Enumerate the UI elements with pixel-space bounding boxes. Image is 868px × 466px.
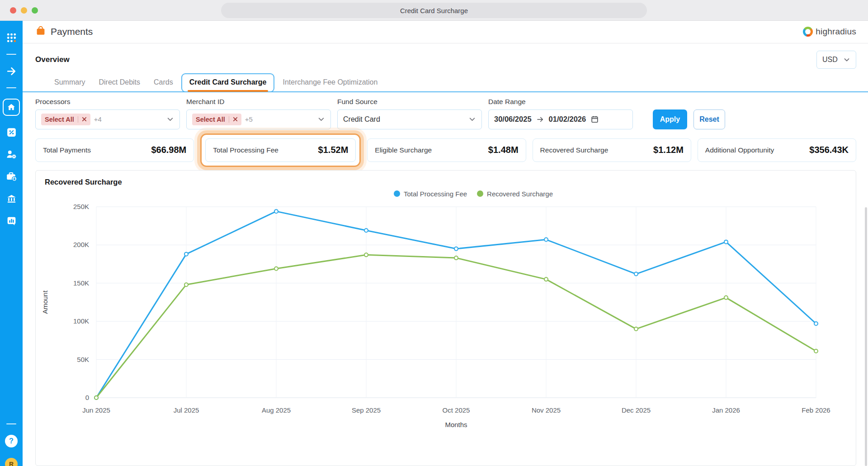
legend-item[interactable]: Total Processing Fee: [394, 190, 467, 198]
svg-text:Jul 2025: Jul 2025: [174, 406, 199, 414]
merchant-id-select[interactable]: Select All +5: [186, 109, 331, 129]
svg-text:100K: 100K: [73, 317, 89, 325]
app-title: Payments: [51, 26, 93, 37]
svg-text:Feb 2026: Feb 2026: [802, 406, 830, 414]
processors-label: Processors: [35, 98, 180, 106]
window-minimize-button[interactable]: [21, 7, 27, 14]
remove-icon[interactable]: [82, 117, 87, 122]
sidebar-divider: [6, 54, 16, 55]
legend-dot-icon: [394, 190, 400, 197]
svg-text:Dec 2025: Dec 2025: [622, 406, 651, 414]
home-icon: [6, 102, 16, 112]
svg-text:Nov 2025: Nov 2025: [532, 406, 561, 414]
svg-text:0: 0: [85, 394, 89, 401]
chevron-down-icon: [317, 115, 325, 123]
window-close-button[interactable]: [10, 7, 16, 14]
svg-text:Months: Months: [445, 421, 467, 428]
filter-bar: Processors Select All +4 Merchant ID Sel…: [23, 92, 868, 129]
svg-text:Sep 2025: Sep 2025: [352, 406, 381, 414]
arrow-right-icon[interactable]: [5, 65, 17, 77]
kpi-total-payments: Total Payments $66.98M: [35, 138, 194, 162]
sidebar-item-merchant briefcase-download-icon[interactable]: [5, 171, 17, 182]
merchant-id-more-count: +5: [245, 115, 314, 123]
kpi-label: Recovered Surcharge: [540, 146, 609, 154]
date-range-input[interactable]: 30/06/2025 01/02/2026: [488, 109, 633, 129]
apps-grid-icon[interactable]: [5, 32, 17, 43]
kpi-label: Total Processing Fee: [213, 146, 278, 154]
line-chart: 050K100K150K200K250KJun 2025Jul 2025Aug …: [36, 199, 855, 430]
kpi-label: Total Payments: [43, 146, 91, 154]
window-titlebar: Credit Card Surcharge: [0, 0, 868, 21]
remove-icon[interactable]: [233, 117, 238, 122]
sidebar-item-reports bar-chart-icon[interactable]: [5, 215, 17, 227]
highradius-logo: highradius: [803, 27, 856, 37]
kpi-value: $1.12M: [653, 145, 684, 155]
kpi-value: $1.52M: [318, 145, 349, 155]
tab-bar: Summary Direct Debits Cards Credit Card …: [23, 71, 868, 92]
chart-panel: Recovered Surcharge Total Processing Fee…: [35, 170, 856, 466]
kpi-total-processing-fee: Total Processing Fee $1.52M: [205, 138, 356, 162]
kpi-value: $356.43K: [809, 145, 849, 155]
apply-button[interactable]: Apply: [653, 109, 687, 129]
legend-dot-icon: [477, 190, 483, 197]
kpi-label: Additional Opportunity: [705, 146, 774, 154]
processors-more-count: +4: [94, 115, 163, 123]
svg-text:50K: 50K: [77, 355, 89, 363]
merchant-id-chip: Select All: [192, 114, 241, 125]
tab-summary[interactable]: Summary: [49, 74, 90, 91]
highradius-logo-text: highradius: [816, 27, 856, 37]
help-icon[interactable]: ?: [5, 435, 18, 447]
sidebar-item-home[interactable]: [3, 99, 20, 116]
legend-item[interactable]: Recovered Surcharge: [477, 190, 553, 198]
scrollbar[interactable]: [865, 207, 867, 466]
kpi-row: Total Payments $66.98M Total Processing …: [23, 129, 868, 162]
sidebar: ? R: [0, 21, 23, 466]
svg-text:Oct 2025: Oct 2025: [443, 406, 470, 414]
kpi-label: Eligible Surcharge: [375, 146, 432, 154]
fund-source-label: Fund Source: [337, 98, 482, 106]
merchant-id-label: Merchant ID: [186, 98, 331, 106]
chart-title: Recovered Surcharge: [45, 178, 856, 186]
highradius-logo-icon: [803, 27, 813, 37]
window-title: Credit Card Surcharge: [221, 3, 647, 18]
window-zoom-button[interactable]: [32, 7, 38, 14]
legend-label: Total Processing Fee: [404, 190, 467, 198]
svg-text:Aug 2025: Aug 2025: [262, 406, 291, 414]
kpi-recovered-surcharge: Recovered Surcharge $1.12M: [533, 138, 691, 162]
processors-select[interactable]: Select All +4: [35, 109, 180, 129]
tab-cards[interactable]: Cards: [148, 74, 179, 91]
arrow-right-icon: [536, 115, 544, 124]
tab-direct-debits[interactable]: Direct Debits: [93, 74, 146, 91]
legend-label: Recovered Surcharge: [487, 190, 553, 198]
svg-text:200K: 200K: [73, 241, 89, 248]
reset-button[interactable]: Reset: [693, 109, 725, 129]
payments-bag-icon: [35, 25, 46, 38]
date-range-end: 01/02/2026: [549, 115, 586, 124]
kpi-value: $66.98M: [151, 145, 186, 155]
processors-chip: Select All: [41, 114, 90, 125]
chart-legend: Total Processing FeeRecovered Surcharge: [97, 190, 849, 198]
svg-text:150K: 150K: [73, 279, 89, 286]
avatar[interactable]: R: [5, 458, 18, 466]
fund-source-select[interactable]: Credit Card: [337, 109, 482, 129]
svg-text:Amount: Amount: [41, 290, 49, 314]
kpi-additional-opportunity: Additional Opportunity $356.43K: [698, 138, 856, 162]
date-range-start: 30/06/2025: [494, 115, 532, 124]
sidebar-item-banking bank-icon[interactable]: [5, 193, 17, 204]
chevron-down-icon: [843, 56, 850, 63]
window-controls: [10, 7, 38, 14]
sidebar-item-surcharge percent-square-icon[interactable]: [5, 126, 17, 138]
fund-source-value: Credit Card: [343, 115, 465, 124]
chevron-down-icon: [468, 115, 476, 123]
sidebar-divider: [6, 423, 16, 424]
kpi-eligible-surcharge: Eligible Surcharge $1.48M: [367, 138, 526, 162]
currency-value: USD: [822, 56, 838, 64]
date-range-label: Date Range: [488, 98, 633, 106]
sidebar-divider: [6, 87, 16, 88]
tab-interchange-fee-optimization[interactable]: Interchange Fee Optimization: [277, 74, 383, 91]
page-title: Overview: [35, 55, 70, 64]
tab-credit-card-surcharge[interactable]: Credit Card Surcharge: [181, 73, 275, 92]
currency-select[interactable]: USD: [816, 51, 856, 69]
app-header: Payments highradius: [23, 21, 868, 43]
sidebar-item-users user-settings-icon[interactable]: [5, 148, 17, 160]
